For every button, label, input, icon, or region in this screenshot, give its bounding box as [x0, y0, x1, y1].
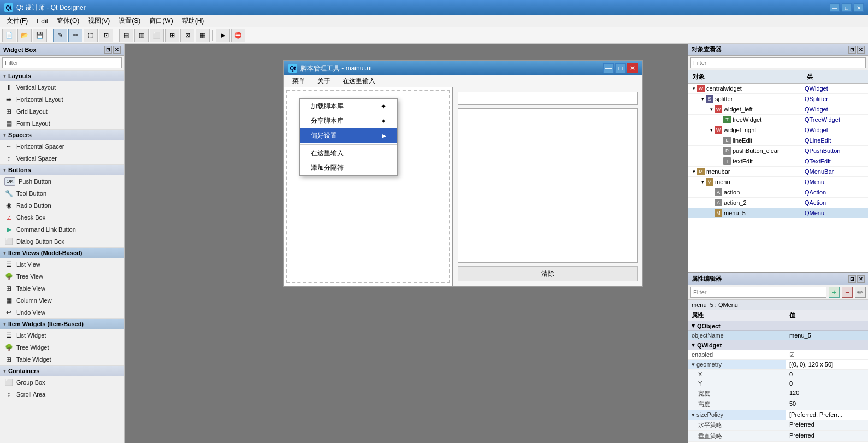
toolbar-open[interactable]: 📂 [17, 29, 32, 42]
tree-row-menubar[interactable]: ▾ M menubar QMenuBar [688, 167, 868, 177]
menu-view[interactable]: 视图(V) [84, 15, 114, 27]
toolbar-layout2[interactable]: ▥ [134, 29, 149, 42]
tree-row-lineEdit[interactable]: L lineEdit QLineEdit [688, 135, 868, 146]
inner-menu-tab-menu[interactable]: 菜单 [286, 75, 311, 87]
prop-val-y[interactable]: 0 [786, 379, 868, 388]
toolbar-stop[interactable]: ⛔ [231, 29, 245, 42]
inner-menu-tab-about[interactable]: 关于 [311, 75, 336, 87]
toolbar-edit4[interactable]: ⊡ [99, 29, 113, 42]
list-item-group-box[interactable]: ⬜ Group Box [0, 376, 124, 388]
list-item-undo-view[interactable]: ↩ Undo View [0, 306, 124, 318]
list-item-column-view[interactable]: ▦ Column View [0, 294, 124, 306]
expand4[interactable]: ▾ [708, 127, 715, 133]
menu-edit[interactable]: Edit [32, 16, 52, 26]
toolbar-edit3[interactable]: ⬚ [84, 29, 98, 42]
list-item-vertical-layout[interactable]: ⬆ Vertical Layout [0, 81, 124, 93]
prop-row-hpolicy[interactable]: 水平策略 Preferred [688, 420, 868, 431]
expand8[interactable]: ▾ [690, 169, 697, 174]
prop-row-height[interactable]: 高度 50 [688, 399, 868, 410]
prop-filter-input[interactable] [690, 287, 826, 298]
list-item-tree-view[interactable]: 🌳 Tree View [0, 270, 124, 282]
widget-filter-input[interactable] [2, 57, 122, 68]
prop-val-objectname[interactable]: menu_5 [786, 331, 868, 340]
menu-help[interactable]: 帮助(H) [178, 15, 209, 27]
list-item-check-box[interactable]: ☑ Check Box [0, 211, 124, 223]
list-item-scroll-area[interactable]: ↕ Scroll Area [0, 388, 124, 400]
toolbar-edit2[interactable]: ✏ [68, 29, 82, 42]
prop-row-vpolicy[interactable]: 垂直策略 Preferred [688, 431, 868, 442]
toolbar-new[interactable]: 📄 [2, 29, 16, 42]
section-layouts[interactable]: ▾ Layouts [0, 70, 124, 81]
tree-row-action[interactable]: A action QAction [688, 187, 868, 198]
inner-text-area[interactable] [458, 108, 638, 263]
menu-window[interactable]: 窗口(W) [145, 15, 177, 27]
list-item-radio-button[interactable]: ◉ Radio Button [0, 199, 124, 211]
section-containers[interactable]: ▾ Containers [0, 365, 124, 376]
prop-val-enabled[interactable]: ☑ [786, 350, 868, 359]
obj-panel-close-btn[interactable]: ✕ [857, 46, 865, 54]
expand1[interactable]: ▾ [699, 96, 706, 102]
toolbar-layout6[interactable]: ▦ [196, 29, 210, 42]
prop-val-width[interactable]: 120 [786, 388, 868, 399]
prop-remove-btn[interactable]: − [842, 287, 853, 298]
list-item-list-view[interactable]: ☰ List View [0, 258, 124, 270]
close-button[interactable]: ✕ [854, 3, 864, 12]
list-item-list-widget[interactable]: ☰ List Widget [0, 329, 124, 341]
expand9[interactable]: ▾ [699, 179, 706, 185]
inner-maximize-btn[interactable]: □ [615, 63, 626, 73]
list-item-horizontal-spacer[interactable]: ↔ Horizontal Spacer [0, 140, 124, 152]
prop-row-objectname[interactable]: objectName menu_5 [688, 331, 868, 340]
menu-file[interactable]: 文件(F) [2, 15, 32, 27]
prop-add-btn[interactable]: + [829, 287, 840, 298]
toolbar-save[interactable]: 💾 [33, 29, 47, 42]
list-item-dialog-button-box[interactable]: ⬜ Dialog Button Box [0, 235, 124, 247]
tree-row-action2[interactable]: A action_2 QAction [688, 198, 868, 208]
list-item-command-link-button[interactable]: ▶ Command Link Button [0, 223, 124, 235]
section-buttons[interactable]: ▾ Buttons [0, 164, 124, 175]
obj-panel-float-btn[interactable]: ⊡ [848, 46, 856, 54]
ctx-item-share[interactable]: 分享脚本库 ✦ [300, 114, 397, 128]
list-item-horizontal-layout[interactable]: ➡ Horizontal Layout [0, 93, 124, 105]
list-item-tree-widget[interactable]: 🌳 Tree Widget [0, 341, 124, 353]
design-area[interactable]: Qt 脚本管理工具 - mainui.ui — □ ✕ 菜单 关于 在这里输入 [125, 44, 688, 443]
prop-val-geometry[interactable]: [(0, 0), 120 x 50] [786, 360, 868, 369]
list-item-grid-layout[interactable]: ⊞ Grid Layout [0, 105, 124, 117]
list-item-vertical-spacer[interactable]: ↕ Vertical Spacer [0, 152, 124, 164]
prop-val-x[interactable]: 0 [786, 370, 868, 379]
tree-row-menu5[interactable]: M menu_5 QMenu [688, 208, 868, 218]
prop-body[interactable]: ▾ QObject objectName menu_5 ▾ QWidget en… [688, 321, 868, 443]
list-item-push-button[interactable]: OK Push Button [0, 175, 124, 187]
ctx-item-prefs[interactable]: 偏好设置 ▶ [300, 128, 397, 143]
ctx-item-load[interactable]: 加载脚本库 ✦ [300, 99, 397, 114]
prop-row-enabled[interactable]: enabled ☑ [688, 350, 868, 360]
minimize-button[interactable]: — [830, 3, 840, 12]
inner-minimize-btn[interactable]: — [603, 63, 614, 73]
section-item-widgets[interactable]: ▾ Item Widgets (Item-Based) [0, 318, 124, 329]
prop-row-width[interactable]: 宽度 120 [688, 388, 868, 399]
obj-filter-input[interactable] [690, 57, 866, 68]
tree-row-widget-left[interactable]: ▾ W widget_left QWidget [688, 104, 868, 115]
menu-settings[interactable]: 设置(S) [114, 15, 145, 27]
tree-row-splitter[interactable]: ▾ S splitter QSplitter [688, 94, 868, 104]
panel-float-btn[interactable]: ⊡ [104, 46, 112, 54]
tree-row-centralwidget[interactable]: ▾ W centralwidget QWidget [688, 84, 868, 94]
inner-menu-tab-enter[interactable]: 在这里输入 [336, 75, 381, 87]
obj-tree-body[interactable]: ▾ W centralwidget QWidget ▾ S splitter Q… [688, 84, 868, 272]
prop-row-x[interactable]: X 0 [688, 370, 868, 379]
toolbar-edit1[interactable]: ✎ [53, 29, 67, 42]
inner-clear-button[interactable]: 清除 [458, 266, 638, 281]
toolbar-preview[interactable]: ▶ [216, 29, 230, 42]
list-item-table-widget[interactable]: ⊞ Table Widget [0, 353, 124, 365]
prop-row-y[interactable]: Y 0 [688, 379, 868, 388]
maximize-button[interactable]: □ [842, 3, 852, 12]
tree-row-widget-right[interactable]: ▾ W widget_right QWidget [688, 125, 868, 135]
toolbar-layout4[interactable]: ⊞ [165, 29, 179, 42]
prop-panel-float-btn[interactable]: ⊡ [848, 275, 856, 283]
prop-row-sizepolicy[interactable]: ▾ sizePolicy [Preferred, Preferr... [688, 410, 868, 420]
prop-val-sizepolicy[interactable]: [Preferred, Preferr... [786, 410, 868, 420]
inner-close-btn[interactable]: ✕ [627, 63, 638, 73]
section-item-views[interactable]: ▾ Item Views (Model-Based) [0, 247, 124, 258]
ctx-item-enter-here[interactable]: 在这里输入 [300, 146, 397, 161]
tree-row-menu[interactable]: ▾ M menu QMenu [688, 177, 868, 187]
tree-row-pushButton[interactable]: P pushButton_clear QPushButton [688, 146, 868, 156]
